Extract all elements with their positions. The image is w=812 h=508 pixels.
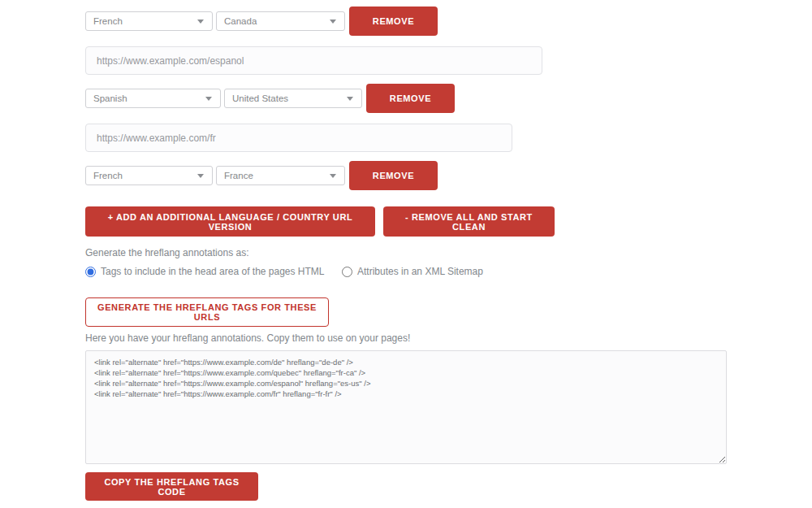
format-options: Tags to include in the head area of the … [85, 266, 812, 277]
generate-button[interactable]: GENERATE THE HREFLANG TAGS FOR THESE URL… [85, 297, 329, 327]
language-select[interactable]: Spanish [85, 89, 221, 108]
country-select-wrap: France [216, 166, 345, 185]
country-select-wrap: United States [224, 89, 362, 108]
url-input[interactable] [85, 46, 542, 75]
radio-label: Attributes in an XML Sitemap [357, 266, 483, 277]
radio-option-head-tags[interactable]: Tags to include in the head area of the … [85, 266, 342, 277]
hreflang-output-textarea[interactable]: <link rel="alternate" href="https://www.… [85, 350, 727, 464]
remove-all-button[interactable]: - REMOVE ALL AND START CLEAN [383, 206, 555, 237]
url-entry-row: Spanish United States REMOVE [85, 84, 812, 113]
radio-label: Tags to include in the head area of the … [101, 266, 325, 277]
radio-option-xml-sitemap[interactable]: Attributes in an XML Sitemap [342, 266, 483, 277]
copy-button[interactable]: COPY THE HREFLANG TAGS CODE [85, 472, 258, 501]
language-select-wrap: Spanish [85, 89, 221, 108]
country-select-wrap: Canada [216, 11, 345, 31]
url-entry-row: French Canada REMOVE [85, 7, 812, 36]
hreflang-generator-page: French Canada REMOVE Spanish United Stat… [0, 0, 812, 501]
head-tags-radio[interactable] [85, 267, 96, 277]
remove-button[interactable]: REMOVE [349, 161, 438, 190]
language-select[interactable]: French [85, 11, 213, 31]
result-intro: Here you have your hreflang annotations.… [85, 332, 812, 344]
remove-button[interactable]: REMOVE [349, 7, 438, 36]
add-language-button[interactable]: + ADD AN ADDITIONAL LANGUAGE / COUNTRY U… [85, 206, 375, 237]
language-select[interactable]: French [85, 166, 213, 185]
remove-button[interactable]: REMOVE [366, 84, 455, 113]
list-actions: + ADD AN ADDITIONAL LANGUAGE / COUNTRY U… [85, 206, 812, 237]
language-select-wrap: French [85, 11, 213, 31]
country-select[interactable]: Canada [216, 11, 345, 31]
format-label: Generate the hreflang annotations as: [85, 247, 812, 258]
country-select[interactable]: United States [224, 89, 362, 108]
language-select-wrap: French [85, 166, 213, 185]
country-select[interactable]: France [216, 166, 345, 185]
url-input[interactable] [85, 124, 512, 152]
xml-sitemap-radio[interactable] [342, 267, 352, 277]
url-entry-row: French France REMOVE [85, 161, 812, 190]
